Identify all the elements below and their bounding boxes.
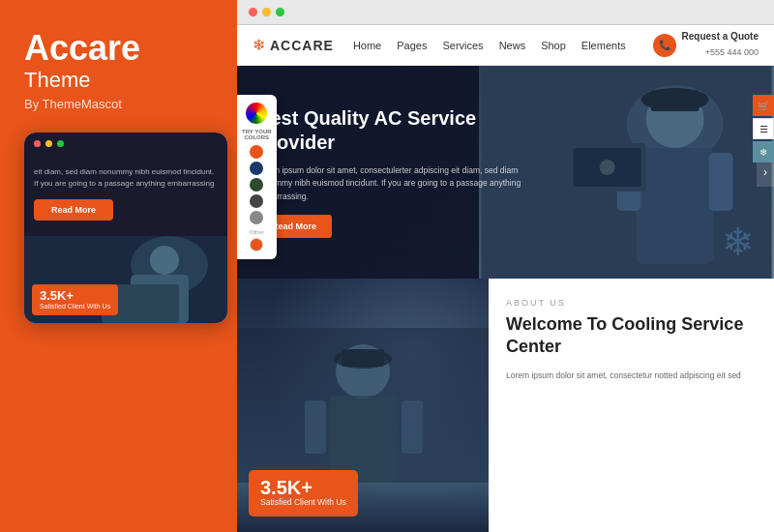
hero-content: Best Quality AC Service Provider Lorem i…	[237, 106, 566, 239]
cart-icon[interactable]: 🛒	[753, 95, 774, 116]
mockup-read-more-button[interactable]: Read More	[34, 199, 113, 221]
nav-link-pages[interactable]: Pages	[397, 40, 427, 51]
mockup-top-bar	[24, 133, 227, 155]
site-below-hero: 3.5K+ Satisfied Client With Us ABOUT US …	[237, 279, 774, 532]
nav-link-services[interactable]: Services	[442, 40, 483, 51]
snowflake-decoration-icon: ❄	[722, 220, 755, 264]
logo-snowflake-icon: ❄	[253, 36, 265, 54]
below-counter-badge: 3.5K+ Satisfied Client With Us	[249, 470, 358, 517]
mobile-mockup: eit diam, sed diam nonummy nibh euismod …	[24, 133, 227, 323]
color-option-current[interactable]	[250, 238, 263, 251]
mockup-counter-label: Satisfied Client With Us	[40, 302, 110, 310]
site-nav-cta: 📞 Request a Quote +555 444 000	[653, 31, 759, 59]
nav-link-home[interactable]: Home	[353, 40, 381, 51]
site-hero: ❄ ‹ › TRY YOURCOLORS Other	[237, 66, 774, 279]
svg-point-3	[150, 246, 179, 275]
below-counter-number: 3.5K+	[260, 478, 346, 497]
menu-icon[interactable]: ☰	[753, 118, 774, 139]
about-eyebrow: ABOUT US	[506, 298, 757, 308]
below-counter-label: Satisfied Client With Us	[260, 497, 346, 509]
color-option-green[interactable]	[250, 178, 263, 192]
hero-description: Lorem ipsum dolor sit amet, consectulert…	[256, 164, 547, 204]
color-option-gray[interactable]	[250, 211, 263, 224]
chevron-right-icon: ›	[763, 165, 767, 179]
mockup-dot-red	[34, 140, 41, 147]
mockup-dot-green	[57, 140, 64, 147]
svg-rect-12	[650, 90, 699, 111]
about-title: Welcome To Cooling Service Center	[506, 313, 757, 359]
website-content: ❄ ACCARE Home Pages Services News Shop E…	[237, 25, 774, 532]
below-right-about-section: ABOUT US Welcome To Cooling Service Cent…	[489, 279, 774, 532]
cta-text-block: Request a Quote +555 444 000	[682, 31, 759, 59]
color-option-orange[interactable]	[250, 145, 263, 159]
phone-icon: 📞	[653, 34, 676, 57]
color-divider: Other	[250, 229, 264, 235]
right-panel: ❄ ACCARE Home Pages Services News Shop E…	[237, 0, 774, 532]
browser-dot-green[interactable]	[276, 8, 284, 16]
snowflake-sidebar-icon[interactable]: ❄	[753, 141, 774, 163]
cta-label[interactable]: Request a Quote	[682, 31, 759, 42]
browser-dot-yellow[interactable]	[262, 8, 271, 16]
left-panel: Accare Theme By ThemeMascot eit diam, se…	[0, 0, 237, 532]
browser-dot-red[interactable]	[249, 8, 257, 16]
below-left-image-section: 3.5K+ Satisfied Client With Us	[237, 279, 489, 532]
logo-text: ACCARE	[270, 38, 334, 53]
color-option-dark[interactable]	[250, 194, 263, 208]
site-logo: ❄ ACCARE	[253, 36, 334, 54]
color-option-blue[interactable]	[250, 162, 263, 175]
svg-rect-8	[636, 148, 713, 264]
svg-rect-19	[305, 400, 326, 454]
site-nav-links: Home Pages Services News Shop Elements	[353, 40, 653, 51]
mockup-bottom-section: 3.5K+ Satisfied Client With Us	[24, 236, 227, 323]
cta-phone: +555 444 000	[705, 47, 759, 57]
browser-chrome	[237, 0, 774, 25]
nav-link-shop[interactable]: Shop	[541, 40, 566, 51]
brand-sub: Theme	[24, 68, 213, 93]
mockup-hero-section: eit diam, sed diam nonummy nibh euismod …	[24, 155, 227, 236]
about-description: Lorem ipsum dolor sit amet, consectetur …	[506, 369, 757, 382]
mockup-hero-text: eit diam, sed diam nonummy nibh euismod …	[34, 166, 218, 190]
svg-rect-22	[342, 349, 384, 367]
brand-title: Accare	[24, 29, 213, 68]
mockup-counter-badge: 3.5K+ Satisfied Client With Us	[32, 284, 118, 315]
hero-title: Best Quality AC Service Provider	[256, 106, 547, 155]
mockup-counter-number: 3.5K+	[40, 289, 110, 302]
svg-rect-20	[402, 400, 423, 454]
mockup-dot-yellow	[45, 140, 52, 147]
brand-by: By ThemeMascot	[24, 97, 213, 111]
nav-link-news[interactable]: News	[499, 40, 526, 51]
svg-rect-10	[708, 153, 732, 211]
color-picker-label: TRY YOURCOLORS	[242, 129, 272, 140]
color-wheel-icon[interactable]	[246, 103, 267, 124]
svg-point-15	[599, 160, 614, 175]
site-sidebar-right: 🛒 ☰ ❄	[753, 95, 774, 163]
color-picker-panel: TRY YOURCOLORS Other	[237, 95, 277, 259]
nav-link-elements[interactable]: Elements	[581, 40, 626, 51]
site-navbar: ❄ ACCARE Home Pages Services News Shop E…	[237, 25, 774, 66]
